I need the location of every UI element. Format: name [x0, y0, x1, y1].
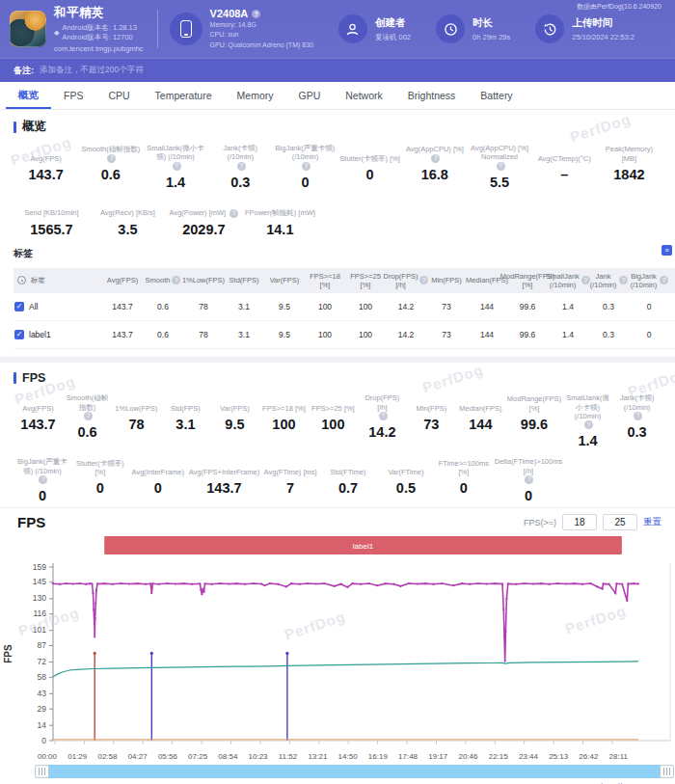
fps-section: FPS Avg(FPS)143.7Smooth(稳帧指数)?0.61%Low(F…	[0, 363, 675, 507]
table-cell: 0	[669, 293, 675, 321]
table-cell: 143.7	[102, 293, 143, 321]
metric-cell: SmallJank(微小卡顿) (/10min)?1.4	[563, 393, 612, 448]
metric-label: Avg(FPS)	[22, 404, 53, 413]
metric-value: 100	[261, 417, 307, 432]
svg-text:159: 159	[33, 562, 46, 572]
row-checkbox[interactable]: ✓	[14, 330, 24, 339]
metric-cell: FPS>=25 [%]100	[309, 393, 358, 448]
metric-value: 16.8	[404, 167, 465, 182]
info-icon[interactable]: ?	[497, 162, 505, 171]
chart-scrollbar[interactable]	[44, 765, 672, 778]
svg-text:58: 58	[38, 672, 47, 682]
tab-network[interactable]: Network	[333, 82, 395, 109]
tab-cpu[interactable]: CPU	[95, 82, 142, 109]
tab-battery[interactable]: Battery	[468, 82, 525, 109]
info-icon[interactable]: ?	[237, 162, 246, 171]
metric-cell: Median(FPS)144	[456, 393, 505, 448]
metric-value: 0.7	[321, 480, 375, 496]
info-icon[interactable]: ?	[173, 162, 181, 171]
info-icon[interactable]: ?	[660, 276, 668, 284]
table-header-cell: BigJank (/10min)?	[629, 268, 669, 293]
tab-brightness[interactable]: Brightness	[395, 82, 469, 109]
reset-button[interactable]: 重置	[643, 516, 662, 528]
metric-value: 9.5	[212, 417, 257, 432]
labels-table: 标签Avg(FPS)Smooth?1%Low(FPS)Std(FPS)Var(F…	[14, 268, 675, 349]
info-icon[interactable]: ?	[230, 209, 238, 218]
app-package: com.tencent.tmgp.pubgmhc	[54, 44, 144, 53]
metric-label: Std(FPS)	[171, 404, 201, 413]
metric-label: Avg(FPS)	[30, 154, 61, 163]
x-tick-label: 08:54	[218, 752, 237, 761]
info-icon[interactable]: ?	[302, 162, 310, 171]
metric-cell: ModRange(FPS)[%]99.6	[505, 393, 563, 448]
svg-text:14: 14	[38, 720, 47, 730]
overview-title: 概览	[14, 119, 662, 135]
svg-text:43: 43	[38, 689, 47, 698]
tab-memory[interactable]: Memory	[225, 82, 286, 109]
table-cell: 99.6	[507, 321, 548, 349]
info-icon[interactable]: ?	[379, 412, 388, 420]
info-icon[interactable]: ?	[619, 276, 628, 284]
duration-label: 时长	[472, 16, 510, 30]
info-icon[interactable]: ?	[431, 154, 440, 163]
scrollbar-right-handle[interactable]	[660, 765, 674, 778]
info-icon[interactable]: ?	[525, 475, 533, 484]
device-info-icon[interactable]: ?	[252, 10, 260, 18]
metric-cell: Avg(AppCPU) [%]?16.8	[402, 144, 467, 190]
perfdog-report-page: 和平精英 ◆ Android版本名: 1.28.13 Android版本号: 1…	[0, 0, 675, 784]
x-tick-label: 10:23	[249, 752, 268, 761]
metric-value: 0.6	[80, 167, 141, 182]
table-header-cell: 标签	[14, 268, 102, 293]
fps-min-input[interactable]	[562, 514, 597, 530]
metric-label: 1%Low(FPS)	[115, 404, 157, 413]
info-icon[interactable]: ?	[584, 420, 593, 429]
overview-metrics-row2: Send [KB/10min]1565.7Avg(Recv) [KB/s]3.5…	[14, 199, 318, 237]
metric-value: 0.3	[210, 175, 271, 190]
info-icon[interactable]: ?	[84, 412, 93, 420]
metric-label: Min(FPS)	[417, 404, 447, 413]
table-cell: 0	[629, 321, 669, 349]
table-row: ✓All143.70.6783.19.510010014.27314499.61…	[14, 293, 675, 321]
info-icon[interactable]: ?	[107, 154, 116, 163]
svg-text:FPS: FPS	[3, 644, 14, 663]
table-cell: 0	[669, 321, 675, 349]
column-settings-icon[interactable]	[17, 276, 26, 284]
metric-value: 73	[409, 417, 454, 432]
metric-cell: Std(FPS)3.1	[161, 393, 210, 448]
fps-chart-container[interactable]: label11591451301161018772584329140FPS	[0, 534, 675, 752]
info-icon[interactable]: ?	[634, 412, 642, 420]
fps-filter-controls: FPS(>=) 重置	[524, 514, 662, 530]
table-cell: 1.4	[548, 321, 588, 349]
scrollbar-left-handle[interactable]	[35, 765, 49, 778]
x-tick-label: 11:52	[279, 752, 297, 761]
x-tick-label: 25:13	[549, 752, 568, 761]
tab-temperature[interactable]: Temperature	[143, 82, 225, 109]
info-icon[interactable]: ?	[39, 475, 47, 484]
tab-fps[interactable]: FPS	[51, 82, 95, 109]
note-label: 备注:	[14, 65, 34, 77]
metric-cell: Avg(CTemp)(°C)–	[532, 144, 597, 190]
device-cpu: CPU: sun	[210, 30, 313, 40]
app-info: 和平精英 ◆ Android版本名: 1.28.13 Android版本号: 1…	[54, 5, 144, 53]
tab-overview[interactable]: 概览	[6, 82, 51, 109]
metric-label: Stutter(卡顿率) [%]	[73, 459, 127, 477]
fps-chart-svg[interactable]: label11591451301161018772584329140FPS	[0, 534, 675, 748]
svg-text:87: 87	[38, 640, 47, 650]
metric-value: 143.7	[15, 167, 76, 182]
table-cell: 0.6	[143, 321, 183, 349]
metric-label: Avg(FPS+InterFrame)	[189, 468, 259, 476]
row-checkbox[interactable]: ✓	[14, 302, 24, 311]
label-manager-icon[interactable]: ≡	[662, 245, 672, 256]
fps-metrics-row2: BigJank(严重卡顿) (/10min)?0Stutter(卡顿率) [%]…	[14, 457, 564, 503]
metric-value: 143.7	[15, 417, 61, 432]
row-label-cell: ✓All	[14, 293, 102, 321]
table-cell: 78	[183, 321, 224, 349]
row-label-cell: ✓label1	[14, 321, 102, 349]
info-icon[interactable]: ?	[172, 276, 180, 284]
metric-cell: Drop(FPS) [/h]?14.2	[358, 393, 407, 448]
fps-max-input[interactable]	[603, 514, 637, 530]
metric-value: 7	[263, 480, 317, 496]
tab-gpu[interactable]: GPU	[285, 82, 333, 109]
metric-label: Stutter(卡顿率) [%]	[339, 154, 400, 163]
note-bar[interactable]: 备注: 添加备注，不超过200个字符	[0, 58, 675, 82]
